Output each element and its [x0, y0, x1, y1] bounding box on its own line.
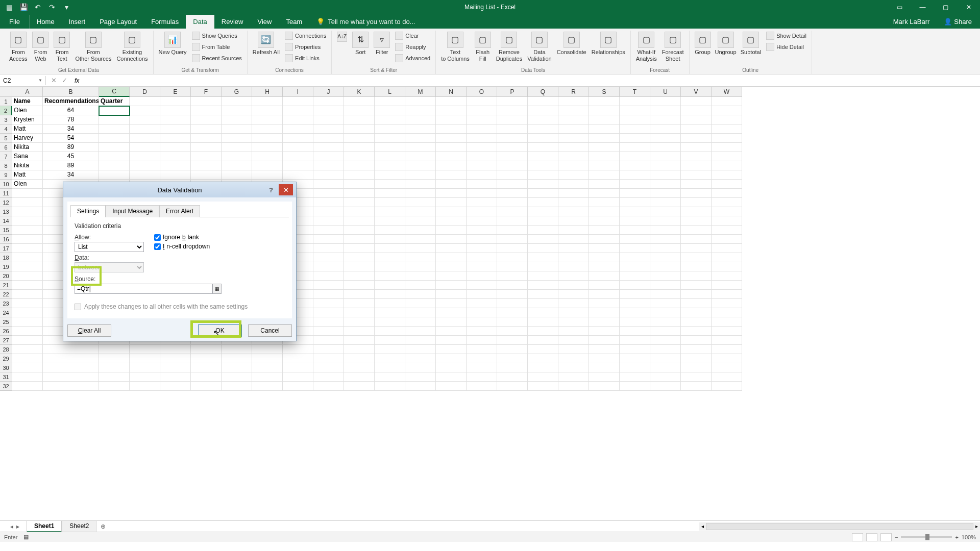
recent-sources-button[interactable]: Recent Sources: [190, 53, 244, 63]
cell-A3[interactable]: Krysten: [12, 115, 43, 124]
cell-U32[interactable]: [650, 382, 681, 391]
cell-O20[interactable]: [467, 271, 497, 281]
reapply-button[interactable]: Reapply: [393, 42, 432, 52]
cell-M10[interactable]: [405, 180, 436, 189]
save-icon[interactable]: 💾: [18, 2, 29, 12]
cell-A16[interactable]: [12, 235, 43, 244]
cell-W3[interactable]: [712, 115, 742, 124]
cell-N18[interactable]: [436, 253, 467, 262]
cell-U18[interactable]: [650, 253, 681, 262]
cell-P20[interactable]: [497, 271, 528, 281]
cell-Q8[interactable]: [528, 161, 558, 170]
cell-S21[interactable]: [589, 281, 620, 290]
cell-W27[interactable]: [712, 336, 742, 345]
cell-V25[interactable]: [681, 317, 712, 327]
incell-dropdown-checkbox[interactable]: In-cell dropdown: [154, 243, 210, 250]
cell-M13[interactable]: [405, 207, 436, 216]
col-header-W[interactable]: W: [712, 87, 742, 97]
cell-V1[interactable]: [681, 97, 712, 106]
cell-H9[interactable]: [252, 170, 283, 180]
cell-B28[interactable]: [43, 345, 99, 354]
undo-icon[interactable]: ↶: [33, 2, 43, 12]
cell-M27[interactable]: [405, 336, 436, 345]
cell-V21[interactable]: [681, 281, 712, 290]
cell-V17[interactable]: [681, 244, 712, 253]
cell-T13[interactable]: [620, 207, 650, 216]
cell-G8[interactable]: [222, 161, 252, 170]
zoom-out-icon[interactable]: −: [895, 534, 898, 540]
remove-duplicates-button[interactable]: ▢RemoveDuplicates: [494, 31, 524, 63]
cell-U10[interactable]: [650, 180, 681, 189]
row-header-1[interactable]: 1: [0, 97, 12, 106]
cell-H4[interactable]: [252, 124, 283, 134]
cell-M31[interactable]: [405, 372, 436, 382]
cell-T23[interactable]: [620, 299, 650, 308]
cell-F29[interactable]: [191, 354, 222, 363]
cell-O29[interactable]: [467, 354, 497, 363]
cell-L21[interactable]: [375, 281, 405, 290]
sort-button[interactable]: ⇅Sort: [350, 31, 371, 57]
cell-U28[interactable]: [650, 345, 681, 354]
row-header-9[interactable]: 9: [0, 170, 12, 180]
cell-M23[interactable]: [405, 299, 436, 308]
cell-K21[interactable]: [344, 281, 375, 290]
cell-N27[interactable]: [436, 336, 467, 345]
cell-W18[interactable]: [712, 253, 742, 262]
cell-N6[interactable]: [436, 143, 467, 152]
tab-view[interactable]: View: [250, 15, 279, 29]
cell-W23[interactable]: [712, 299, 742, 308]
cell-L26[interactable]: [375, 327, 405, 336]
col-header-R[interactable]: R: [558, 87, 589, 97]
cell-I28[interactable]: [283, 345, 313, 354]
cell-S19[interactable]: [589, 262, 620, 271]
cell-O21[interactable]: [467, 281, 497, 290]
cell-J21[interactable]: [313, 281, 344, 290]
cell-N9[interactable]: [436, 170, 467, 180]
enter-formula-icon[interactable]: ✓: [62, 77, 67, 84]
cell-N13[interactable]: [436, 207, 467, 216]
cell-B2[interactable]: 64: [43, 106, 99, 115]
cell-A5[interactable]: Harvey: [12, 134, 43, 143]
tab-home[interactable]: Home: [30, 15, 62, 29]
cell-V18[interactable]: [681, 253, 712, 262]
cell-C2[interactable]: [99, 106, 130, 115]
cell-M9[interactable]: [405, 170, 436, 180]
cell-K30[interactable]: [344, 363, 375, 372]
cell-R11[interactable]: [558, 189, 589, 198]
cell-I4[interactable]: [283, 124, 313, 134]
cell-A1[interactable]: Name: [12, 97, 43, 106]
cell-J26[interactable]: [313, 327, 344, 336]
cell-K15[interactable]: [344, 226, 375, 235]
cell-T32[interactable]: [620, 382, 650, 391]
cell-Q31[interactable]: [528, 372, 558, 382]
zoom-in-icon[interactable]: +: [955, 534, 958, 540]
cell-L20[interactable]: [375, 271, 405, 281]
cell-B29[interactable]: [43, 354, 99, 363]
cell-H6[interactable]: [252, 143, 283, 152]
cell-T10[interactable]: [620, 180, 650, 189]
cell-D32[interactable]: [130, 382, 160, 391]
cell-O8[interactable]: [467, 161, 497, 170]
cell-K6[interactable]: [344, 143, 375, 152]
cell-K23[interactable]: [344, 299, 375, 308]
file-tab[interactable]: File: [0, 15, 30, 29]
cell-R14[interactable]: [558, 216, 589, 226]
col-header-L[interactable]: L: [375, 87, 405, 97]
cell-J23[interactable]: [313, 299, 344, 308]
cell-G30[interactable]: [222, 363, 252, 372]
cell-J30[interactable]: [313, 363, 344, 372]
cell-U1[interactable]: [650, 97, 681, 106]
cell-J31[interactable]: [313, 372, 344, 382]
row-header-30[interactable]: 30: [0, 363, 12, 372]
cell-P3[interactable]: [497, 115, 528, 124]
cell-W24[interactable]: [712, 308, 742, 317]
cell-A12[interactable]: [12, 198, 43, 207]
cell-N7[interactable]: [436, 152, 467, 161]
cell-M1[interactable]: [405, 97, 436, 106]
cell-H5[interactable]: [252, 134, 283, 143]
cell-R26[interactable]: [558, 327, 589, 336]
cell-S11[interactable]: [589, 189, 620, 198]
cell-K4[interactable]: [344, 124, 375, 134]
cell-Q7[interactable]: [528, 152, 558, 161]
dialog-tab-error-alert[interactable]: Error Alert: [159, 205, 200, 217]
